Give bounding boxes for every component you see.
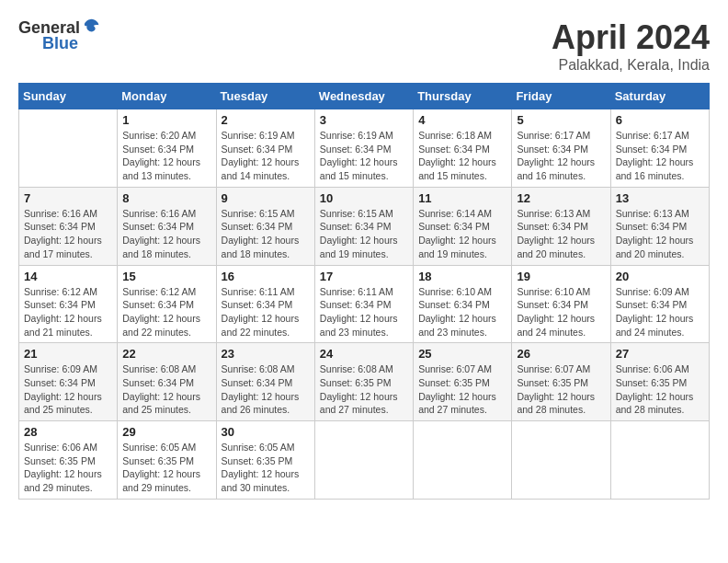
calendar-cell xyxy=(19,109,118,188)
day-info: Sunrise: 6:09 AM Sunset: 6:34 PM Dayligh… xyxy=(24,362,112,417)
day-number: 26 xyxy=(517,347,605,361)
day-info: Sunrise: 6:09 AM Sunset: 6:34 PM Dayligh… xyxy=(616,285,704,339)
calendar-cell: 7Sunrise: 6:16 AM Sunset: 6:34 PM Daylig… xyxy=(19,187,118,265)
column-header-thursday: Thursday xyxy=(414,84,512,109)
day-number: 23 xyxy=(222,347,310,361)
day-number: 1 xyxy=(122,113,210,127)
day-info: Sunrise: 6:12 AM Sunset: 6:34 PM Dayligh… xyxy=(24,285,112,339)
day-info: Sunrise: 6:16 AM Sunset: 6:34 PM Dayligh… xyxy=(24,207,112,261)
calendar-cell: 6Sunrise: 6:17 AM Sunset: 6:34 PM Daylig… xyxy=(610,109,709,188)
day-number: 14 xyxy=(24,270,112,283)
location-subtitle: Palakkad, Kerala, India xyxy=(552,57,710,74)
calendar-cell xyxy=(414,421,512,500)
day-number: 15 xyxy=(122,270,210,283)
header: General Blue April 2024 Palakkad, Kerala… xyxy=(18,18,710,74)
column-header-sunday: Sunday xyxy=(19,84,118,109)
calendar-cell: 10Sunrise: 6:15 AM Sunset: 6:34 PM Dayli… xyxy=(314,187,413,265)
day-number: 4 xyxy=(418,113,506,127)
day-number: 19 xyxy=(517,270,605,283)
day-info: Sunrise: 6:15 AM Sunset: 6:34 PM Dayligh… xyxy=(222,207,310,261)
calendar-cell: 13Sunrise: 6:13 AM Sunset: 6:34 PM Dayli… xyxy=(610,187,709,265)
day-info: Sunrise: 6:12 AM Sunset: 6:34 PM Dayligh… xyxy=(122,285,210,339)
calendar-cell: 4Sunrise: 6:18 AM Sunset: 6:34 PM Daylig… xyxy=(414,109,512,188)
calendar-cell xyxy=(314,421,413,500)
day-info: Sunrise: 6:13 AM Sunset: 6:34 PM Dayligh… xyxy=(517,207,605,261)
calendar-cell: 28Sunrise: 6:06 AM Sunset: 6:35 PM Dayli… xyxy=(19,421,118,500)
column-header-friday: Friday xyxy=(512,84,610,109)
calendar-week-row: 21Sunrise: 6:09 AM Sunset: 6:34 PM Dayli… xyxy=(19,343,710,421)
calendar-cell: 3Sunrise: 6:19 AM Sunset: 6:34 PM Daylig… xyxy=(314,109,413,188)
day-number: 3 xyxy=(320,113,408,127)
calendar-cell: 29Sunrise: 6:05 AM Sunset: 6:35 PM Dayli… xyxy=(118,421,216,500)
day-info: Sunrise: 6:18 AM Sunset: 6:34 PM Dayligh… xyxy=(418,129,506,183)
day-info: Sunrise: 6:14 AM Sunset: 6:34 PM Dayligh… xyxy=(418,207,506,261)
day-number: 6 xyxy=(616,113,704,127)
day-number: 9 xyxy=(222,191,310,205)
day-number: 10 xyxy=(320,191,408,205)
day-number: 12 xyxy=(517,191,605,205)
day-number: 24 xyxy=(320,347,408,361)
day-number: 17 xyxy=(320,270,408,283)
calendar-cell: 2Sunrise: 6:19 AM Sunset: 6:34 PM Daylig… xyxy=(216,109,314,188)
column-header-monday: Monday xyxy=(118,84,216,109)
title-area: April 2024 Palakkad, Kerala, India xyxy=(552,18,710,74)
day-info: Sunrise: 6:10 AM Sunset: 6:34 PM Dayligh… xyxy=(418,285,506,339)
calendar-cell: 14Sunrise: 6:12 AM Sunset: 6:34 PM Dayli… xyxy=(19,265,118,343)
day-number: 7 xyxy=(24,191,112,205)
day-number: 29 xyxy=(122,425,210,439)
calendar-table: SundayMondayTuesdayWednesdayThursdayFrid… xyxy=(18,83,710,500)
calendar-cell: 23Sunrise: 6:08 AM Sunset: 6:34 PM Dayli… xyxy=(216,343,314,421)
calendar-cell: 26Sunrise: 6:07 AM Sunset: 6:35 PM Dayli… xyxy=(512,343,610,421)
day-info: Sunrise: 6:06 AM Sunset: 6:35 PM Dayligh… xyxy=(24,441,112,495)
day-info: Sunrise: 6:08 AM Sunset: 6:35 PM Dayligh… xyxy=(320,362,408,417)
day-number: 18 xyxy=(418,270,506,283)
day-info: Sunrise: 6:05 AM Sunset: 6:35 PM Dayligh… xyxy=(222,441,310,495)
day-info: Sunrise: 6:07 AM Sunset: 6:35 PM Dayligh… xyxy=(418,362,506,417)
day-number: 11 xyxy=(418,191,506,205)
day-number: 27 xyxy=(616,347,704,361)
column-header-wednesday: Wednesday xyxy=(314,84,413,109)
calendar-week-row: 7Sunrise: 6:16 AM Sunset: 6:34 PM Daylig… xyxy=(19,187,710,265)
logo-blue-text: Blue xyxy=(42,34,78,53)
calendar-cell: 27Sunrise: 6:06 AM Sunset: 6:35 PM Dayli… xyxy=(610,343,709,421)
day-info: Sunrise: 6:08 AM Sunset: 6:34 PM Dayligh… xyxy=(222,362,310,417)
day-info: Sunrise: 6:11 AM Sunset: 6:34 PM Dayligh… xyxy=(222,285,310,339)
day-number: 20 xyxy=(616,270,704,283)
day-number: 30 xyxy=(222,425,310,439)
day-info: Sunrise: 6:11 AM Sunset: 6:34 PM Dayligh… xyxy=(320,285,408,339)
calendar-cell: 17Sunrise: 6:11 AM Sunset: 6:34 PM Dayli… xyxy=(314,265,413,343)
calendar-cell: 18Sunrise: 6:10 AM Sunset: 6:34 PM Dayli… xyxy=(414,265,512,343)
calendar-cell xyxy=(512,421,610,500)
day-info: Sunrise: 6:16 AM Sunset: 6:34 PM Dayligh… xyxy=(122,207,210,261)
calendar-cell: 15Sunrise: 6:12 AM Sunset: 6:34 PM Dayli… xyxy=(118,265,216,343)
day-info: Sunrise: 6:10 AM Sunset: 6:34 PM Dayligh… xyxy=(517,285,605,339)
month-year-title: April 2024 xyxy=(552,18,710,57)
day-info: Sunrise: 6:08 AM Sunset: 6:34 PM Dayligh… xyxy=(122,362,210,417)
calendar-cell: 5Sunrise: 6:17 AM Sunset: 6:34 PM Daylig… xyxy=(512,109,610,188)
day-number: 2 xyxy=(222,113,310,127)
calendar-cell: 21Sunrise: 6:09 AM Sunset: 6:34 PM Dayli… xyxy=(19,343,118,421)
logo-bird-icon xyxy=(82,17,102,37)
day-number: 5 xyxy=(517,113,605,127)
calendar-cell: 19Sunrise: 6:10 AM Sunset: 6:34 PM Dayli… xyxy=(512,265,610,343)
day-number: 22 xyxy=(122,347,210,361)
day-info: Sunrise: 6:13 AM Sunset: 6:34 PM Dayligh… xyxy=(616,207,704,261)
day-number: 28 xyxy=(24,425,112,439)
day-number: 8 xyxy=(122,191,210,205)
calendar-cell: 30Sunrise: 6:05 AM Sunset: 6:35 PM Dayli… xyxy=(216,421,314,500)
day-info: Sunrise: 6:15 AM Sunset: 6:34 PM Dayligh… xyxy=(320,207,408,261)
logo: General Blue xyxy=(18,18,102,53)
calendar-cell: 25Sunrise: 6:07 AM Sunset: 6:35 PM Dayli… xyxy=(414,343,512,421)
column-header-saturday: Saturday xyxy=(610,84,709,109)
calendar-cell: 12Sunrise: 6:13 AM Sunset: 6:34 PM Dayli… xyxy=(512,187,610,265)
calendar-week-row: 28Sunrise: 6:06 AM Sunset: 6:35 PM Dayli… xyxy=(19,421,710,500)
day-number: 16 xyxy=(222,270,310,283)
calendar-cell: 24Sunrise: 6:08 AM Sunset: 6:35 PM Dayli… xyxy=(314,343,413,421)
day-info: Sunrise: 6:06 AM Sunset: 6:35 PM Dayligh… xyxy=(616,362,704,417)
day-info: Sunrise: 6:17 AM Sunset: 6:34 PM Dayligh… xyxy=(517,129,605,183)
calendar-cell: 9Sunrise: 6:15 AM Sunset: 6:34 PM Daylig… xyxy=(216,187,314,265)
calendar-week-row: 14Sunrise: 6:12 AM Sunset: 6:34 PM Dayli… xyxy=(19,265,710,343)
day-info: Sunrise: 6:20 AM Sunset: 6:34 PM Dayligh… xyxy=(122,129,210,183)
calendar-cell: 1Sunrise: 6:20 AM Sunset: 6:34 PM Daylig… xyxy=(118,109,216,188)
day-info: Sunrise: 6:05 AM Sunset: 6:35 PM Dayligh… xyxy=(122,441,210,495)
